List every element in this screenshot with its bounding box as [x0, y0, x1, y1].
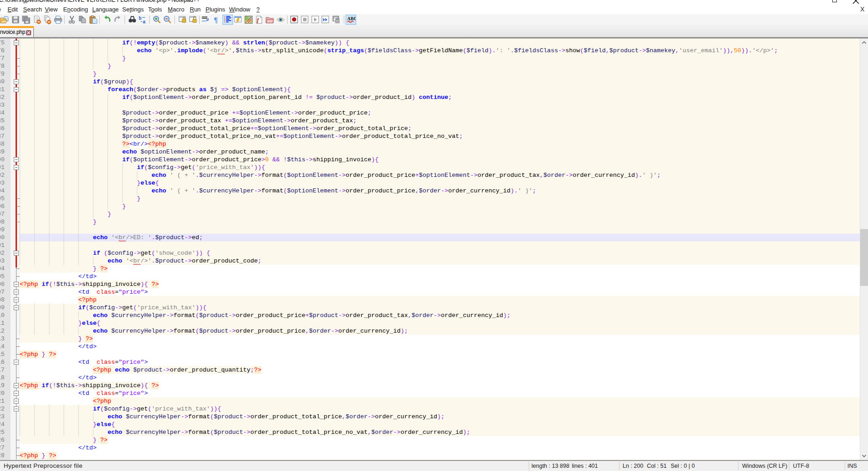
svg-text:ABC: ABC: [347, 16, 356, 21]
svg-text:b: b: [139, 16, 141, 21]
svg-text:a: a: [143, 19, 146, 24]
svg-text:¶: ¶: [214, 16, 218, 24]
